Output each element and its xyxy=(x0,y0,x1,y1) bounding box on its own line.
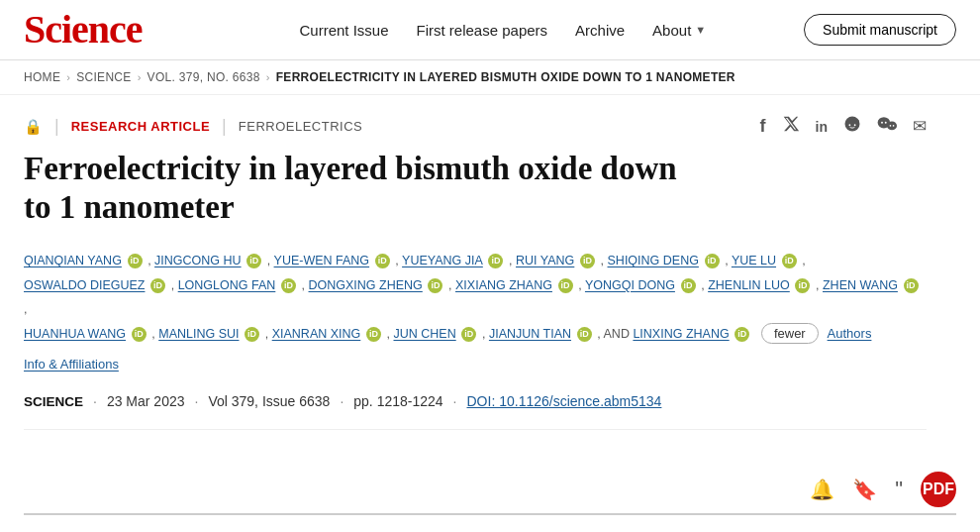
chevron-down-icon: ▼ xyxy=(695,24,706,36)
breadcrumb-home[interactable]: HOME xyxy=(24,70,60,84)
orcid-rui-yang[interactable]: iD xyxy=(580,254,595,268)
orcid-yue-wen-fang[interactable]: iD xyxy=(375,254,390,268)
author-xixiang-zhang[interactable]: XIXIANG ZHANG xyxy=(455,277,552,292)
fewer-button[interactable]: fewer xyxy=(761,323,819,344)
bottom-border xyxy=(24,513,956,515)
orcid-longlong-fan[interactable]: iD xyxy=(281,278,296,293)
orcid-huanhua-wang[interactable]: iD xyxy=(132,327,147,342)
orcid-yueyang-jia[interactable]: iD xyxy=(488,254,503,268)
breadcrumb-sep-3: › xyxy=(266,71,270,83)
orcid-jingcong-hu[interactable]: iD xyxy=(246,254,261,268)
nav-archive[interactable]: Archive xyxy=(575,22,625,39)
author-jianjun-tian[interactable]: JIANJUN TIAN xyxy=(489,326,571,341)
article-type: RESEARCH ARTICLE xyxy=(71,119,210,134)
breadcrumb: HOME › SCIENCE › VOL. 379, NO. 6638 › FE… xyxy=(0,60,980,95)
orcid-manling-sui[interactable]: iD xyxy=(245,327,259,342)
svg-point-1 xyxy=(848,124,850,126)
author-linxing-zhang[interactable]: LINXING ZHANG xyxy=(633,326,729,341)
breadcrumb-sep-1: › xyxy=(66,71,70,83)
meta-divider-left: | xyxy=(54,116,59,137)
orcid-yongqi-dong[interactable]: iD xyxy=(681,278,696,293)
nav-current-issue[interactable]: Current Issue xyxy=(299,22,388,39)
svg-point-3 xyxy=(856,120,859,123)
svg-point-2 xyxy=(854,124,856,126)
citation-vol: Vol 379, Issue 6638 xyxy=(208,393,330,409)
breadcrumb-volume[interactable]: VOL. 379, NO. 6638 xyxy=(147,70,260,84)
citation-dot-4: · xyxy=(453,393,457,409)
pdf-button[interactable]: PDF xyxy=(921,472,956,507)
svg-point-5 xyxy=(887,122,897,131)
doi-link[interactable]: DOI: 10.1126/science.abm5134 xyxy=(467,393,662,409)
author-zhenlin-luo[interactable]: ZHENLIN LUO xyxy=(708,277,790,292)
orcid-jun-chen[interactable]: iD xyxy=(461,327,476,342)
breadcrumb-sep-2: › xyxy=(138,71,142,83)
author-huanhua-wang[interactable]: HUANHUA WANG xyxy=(24,326,126,341)
main-nav: Current Issue First release papers Archi… xyxy=(202,22,804,39)
svg-point-0 xyxy=(845,117,860,132)
svg-point-8 xyxy=(890,125,892,127)
meta-divider-right: | xyxy=(222,116,227,137)
orcid-qianqian-yang[interactable]: iD xyxy=(128,254,143,268)
author-yue-lu[interactable]: YUE LU xyxy=(732,253,776,267)
cite-icon[interactable]: " xyxy=(895,477,903,502)
social-icons-row: f in ✉ xyxy=(760,115,927,138)
author-manling-sui[interactable]: MANLING SUI xyxy=(158,326,239,341)
orcid-shiqing-deng[interactable]: iD xyxy=(705,254,720,268)
author-rui-yang[interactable]: RUI YANG xyxy=(516,253,574,267)
author-yueyang-jia[interactable]: YUEYANG JIA xyxy=(402,253,483,267)
bookmark-icon[interactable]: 🔖 xyxy=(852,478,877,501)
citation-dot-1: · xyxy=(93,393,97,409)
breadcrumb-current: FERROELECTRICITY IN LAYERED BISMUTH OXID… xyxy=(276,70,735,84)
orcid-xianran-xing[interactable]: iD xyxy=(366,327,381,342)
submit-manuscript-button[interactable]: Submit manuscript xyxy=(804,14,956,46)
site-header: Science Current Issue First release pape… xyxy=(0,0,980,60)
nav-about[interactable]: About xyxy=(652,22,691,39)
article-category: FERROELECTRICS xyxy=(239,119,362,134)
author-zhen-wang[interactable]: ZHEN WANG xyxy=(823,277,898,292)
author-dongxing-zheng[interactable]: DONGXING ZHENG xyxy=(309,277,423,292)
facebook-icon[interactable]: f xyxy=(760,116,766,137)
author-shiqing-deng[interactable]: SHIQING DENG xyxy=(608,253,699,267)
author-yue-wen-fang[interactable]: YUE-WEN FANG xyxy=(274,253,370,267)
wechat-icon[interactable] xyxy=(877,115,897,138)
author-oswaldo-dieguez[interactable]: OSWALDO DIEGUEZ xyxy=(24,277,145,292)
author-qianqian-yang[interactable]: QIANQIAN YANG xyxy=(24,253,122,267)
orcid-yue-lu[interactable]: iD xyxy=(782,254,797,268)
orcid-dongxing-zheng[interactable]: iD xyxy=(428,278,442,293)
authors-link[interactable]: Authors xyxy=(828,326,872,341)
article-meta-row: 🔒 | RESEARCH ARTICLE | FERROELECTRICS f … xyxy=(24,115,927,138)
nav-about-container: About ▼ xyxy=(652,22,706,39)
orcid-oswaldo-dieguez[interactable]: iD xyxy=(150,278,165,293)
author-jingcong-hu[interactable]: JINGCONG HU xyxy=(154,253,242,267)
orcid-linxing-zhang[interactable]: iD xyxy=(735,327,749,342)
article-area: 🔒 | RESEARCH ARTICLE | FERROELECTRICS f … xyxy=(0,95,950,466)
orcid-xixiang-zhang[interactable]: iD xyxy=(558,278,573,293)
citation-dot-3: · xyxy=(340,393,343,409)
author-xianran-xing[interactable]: XIANRAN XING xyxy=(272,326,361,341)
citation-dot-2: · xyxy=(195,393,199,409)
author-yongqi-dong[interactable]: YONGQI DONG xyxy=(585,277,675,292)
orcid-zhenlin-luo[interactable]: iD xyxy=(795,278,810,293)
lock-icon: 🔒 xyxy=(24,118,43,136)
twitter-icon[interactable] xyxy=(782,115,800,138)
site-logo[interactable]: Science xyxy=(24,10,143,50)
citation-journal: SCIENCE xyxy=(24,394,83,409)
email-icon[interactable]: ✉ xyxy=(913,116,927,137)
bell-icon[interactable]: 🔔 xyxy=(810,478,834,501)
action-icons-row: 🔔 🔖 " PDF xyxy=(0,466,980,513)
citation-row: SCIENCE · 23 Mar 2023 · Vol 379, Issue 6… xyxy=(24,393,927,430)
nav-first-release[interactable]: First release papers xyxy=(417,22,548,39)
svg-point-9 xyxy=(893,125,895,127)
breadcrumb-science[interactable]: SCIENCE xyxy=(76,70,131,84)
info-affiliations-link[interactable]: Info & Affiliations xyxy=(24,357,927,372)
linkedin-icon[interactable]: in xyxy=(816,119,828,135)
reddit-icon[interactable] xyxy=(843,115,861,138)
orcid-zhen-wang[interactable]: iD xyxy=(904,278,919,293)
author-longlong-fan[interactable]: LONGLONG FAN xyxy=(178,277,276,292)
orcid-jianjun-tian[interactable]: iD xyxy=(577,327,592,342)
svg-point-7 xyxy=(885,122,887,124)
citation-pages: pp. 1218-1224 xyxy=(353,393,442,409)
author-jun-chen[interactable]: JUN CHEN xyxy=(394,326,456,341)
article-meta-left: 🔒 | RESEARCH ARTICLE | FERROELECTRICS xyxy=(24,116,362,137)
svg-point-6 xyxy=(881,122,883,124)
